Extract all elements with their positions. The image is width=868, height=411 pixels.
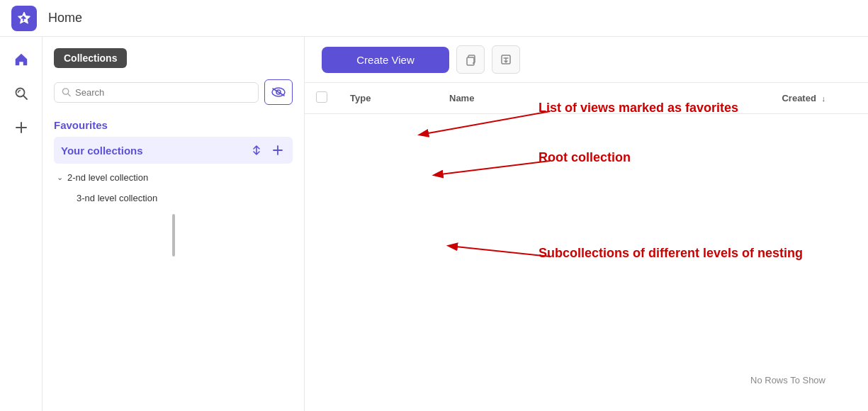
collection-item-level2[interactable]: ⌄ 2-nd level collection (54, 168, 293, 187)
sidebar-section: Favourites Your collections (43, 111, 304, 208)
eye-toggle-button[interactable] (264, 79, 293, 105)
sidebar: Collections Favourites Your c (43, 37, 305, 411)
sidebar-header: Collections (43, 37, 304, 74)
collection-item-label: 2-nd level collection (67, 172, 148, 183)
page-title: Home (48, 11, 82, 26)
created-column-header[interactable]: Created ↓ (615, 83, 868, 114)
collection-item-level3[interactable]: 3-nd level collection (54, 187, 293, 208)
sort-collections-button[interactable] (249, 142, 264, 158)
no-rows-message: No Rows To Show (708, 361, 868, 400)
search-input-wrap (54, 82, 259, 103)
checkbox-column-header (305, 83, 339, 114)
your-collections-label: Your collections (61, 145, 249, 157)
export-button[interactable] (492, 45, 520, 74)
select-all-checkbox[interactable] (316, 91, 327, 103)
nav-icons (0, 37, 43, 411)
create-view-button[interactable]: Create View (322, 47, 449, 73)
your-collections-row: Your collections (54, 137, 293, 164)
scroll-indicator (43, 208, 304, 262)
chevron-icon: ⌄ (57, 173, 63, 182)
scroll-thumb (172, 214, 175, 257)
main-content: Create View (305, 37, 868, 411)
search-row (43, 74, 304, 111)
svg-rect-4 (467, 57, 474, 65)
collection-sub-item-label: 3-nd level collection (77, 193, 157, 203)
nav-add[interactable] (7, 113, 35, 142)
collections-badge: Collections (54, 48, 127, 68)
favourites-label: Favourites (54, 111, 293, 137)
nav-search[interactable] (7, 79, 35, 108)
collections-actions (249, 142, 286, 158)
topbar: Home (0, 0, 868, 37)
name-column-header[interactable]: Name (438, 83, 615, 114)
sort-arrow-icon: ↓ (822, 94, 826, 103)
app-logo[interactable] (11, 6, 37, 31)
table-header-row: Type Name Created ↓ (305, 83, 868, 114)
data-table: Type Name Created ↓ (305, 83, 868, 114)
type-column-header[interactable]: Type (339, 83, 438, 114)
content-toolbar: Create View (305, 37, 868, 83)
search-icon (62, 87, 71, 97)
add-collection-button[interactable] (270, 142, 286, 158)
search-input[interactable] (75, 87, 251, 98)
copy-button[interactable] (456, 45, 485, 74)
nav-home[interactable] (7, 45, 35, 74)
main-layout: Collections Favourites Your c (0, 37, 868, 411)
